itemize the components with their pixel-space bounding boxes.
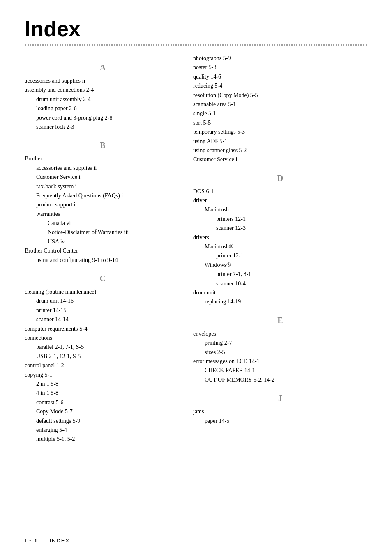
list-item: using scanner glass 5-2 xyxy=(193,146,367,155)
list-item: USA iv xyxy=(25,237,181,246)
list-item: product support i xyxy=(25,200,181,209)
list-item: scannable area 5-1 xyxy=(193,100,367,109)
list-item: poster 5-8 xyxy=(193,63,367,72)
letter-c: C xyxy=(25,274,181,283)
list-item: enlarging 5-4 xyxy=(25,426,181,435)
list-item: OUT OF MEMORY 5-2, 14-2 xyxy=(193,375,367,385)
index-columns: A accessories and supplies ii assembly a… xyxy=(25,54,367,444)
list-item: jams xyxy=(193,407,367,416)
list-item: control panel 1-2 xyxy=(25,361,181,370)
list-item: envelopes xyxy=(193,329,367,338)
list-item: DOS 6-1 xyxy=(193,187,367,196)
list-item: 2 in 1 5-8 xyxy=(25,380,181,389)
section-c-cont: photographs 5-9 poster 5-8 quality 14-6 … xyxy=(193,54,367,164)
section-b: B Brother accessories and supplies ii Cu… xyxy=(25,141,181,265)
list-item: Brother Control Center xyxy=(25,246,181,255)
list-item: temporary settings 5-3 xyxy=(193,127,367,137)
list-item: printer 14-15 xyxy=(25,306,181,315)
section-e: E envelopes printing 2-7 sizes 2-5 error… xyxy=(193,316,367,385)
list-item: Notice-Disclaimer of Warranties iii xyxy=(25,228,181,237)
list-item: replacing 14-19 xyxy=(193,297,367,306)
list-item: drum unit xyxy=(193,288,367,297)
list-item: Frequently Asked Questions (FAQs) i xyxy=(25,191,181,200)
footer-page-ref: I - 1 xyxy=(25,537,38,544)
list-item: Customer Service i xyxy=(193,155,367,164)
list-item: scanner 10-4 xyxy=(193,279,367,288)
list-item: photographs 5-9 xyxy=(193,54,367,63)
list-item: cleaning (routine maintenance) xyxy=(25,287,181,297)
list-item: reducing 5-4 xyxy=(193,81,367,90)
list-item: single 5-1 xyxy=(193,109,367,118)
list-item: printer 12-1 xyxy=(193,251,367,260)
list-item: scanner 14-14 xyxy=(25,315,181,324)
list-item: fax-back system i xyxy=(25,182,181,191)
letter-a: A xyxy=(25,63,181,72)
list-item: 4 in 1 5-8 xyxy=(25,389,181,398)
list-item: quality 14-6 xyxy=(193,72,367,81)
page: Index A accessories and supplies ii asse… xyxy=(0,0,392,556)
list-item: scanner lock 2-3 xyxy=(25,123,181,132)
page-title: Index xyxy=(25,16,367,41)
list-item: Copy Mode 5-7 xyxy=(25,407,181,416)
list-item: scanner 12-3 xyxy=(193,224,367,233)
divider xyxy=(25,44,367,46)
list-item: copying 5-1 xyxy=(25,371,181,380)
list-item: CHECK PAPER 14-1 xyxy=(193,366,367,375)
list-item: accessories and supplies ii xyxy=(25,76,181,86)
list-item: using and configurating 9-1 to 9-14 xyxy=(25,256,181,265)
list-item: Customer Service i xyxy=(25,173,181,182)
list-item: driver xyxy=(193,196,367,205)
list-item: Macintosh® xyxy=(193,242,367,251)
list-item: Windows® xyxy=(193,261,367,270)
list-item: printers 12-1 xyxy=(193,215,367,224)
list-item: USB 2-1, 12-1, S-5 xyxy=(25,352,181,361)
list-item: Brother xyxy=(25,154,181,163)
list-item: paper 14-5 xyxy=(193,417,367,426)
left-column: A accessories and supplies ii assembly a… xyxy=(25,54,181,444)
letter-e: E xyxy=(193,316,367,325)
list-item: accessories and supplies ii xyxy=(25,164,181,173)
list-item: contrast 5-6 xyxy=(25,398,181,407)
list-item: connections xyxy=(25,334,181,343)
list-item: assembly and connections 2-4 xyxy=(25,86,181,95)
list-item: drum unit assembly 2-4 xyxy=(25,95,181,104)
list-item: Macintosh xyxy=(193,205,367,214)
list-item: loading paper 2-6 xyxy=(25,104,181,113)
right-column: photographs 5-9 poster 5-8 quality 14-6 … xyxy=(193,54,367,444)
list-item: Canada vi xyxy=(25,219,181,228)
list-item: using ADF 5-1 xyxy=(193,137,367,146)
list-item: parallel 2-1, 7-1, S-5 xyxy=(25,343,181,352)
list-item: warranties xyxy=(25,210,181,219)
letter-j: J xyxy=(193,394,367,403)
letter-b: B xyxy=(25,141,181,150)
footer-label: INDEX xyxy=(49,537,70,544)
list-item: sizes 2-5 xyxy=(193,348,367,357)
list-item: power cord and 3-prong plug 2-8 xyxy=(25,114,181,123)
list-item: printer 7-1, 8-1 xyxy=(193,270,367,279)
list-item: error messages on LCD 14-1 xyxy=(193,357,367,366)
footer: I - 1 INDEX xyxy=(25,537,70,544)
section-c: C cleaning (routine maintenance) drum un… xyxy=(25,274,181,444)
list-item: resolution (Copy Mode) 5-5 xyxy=(193,91,367,100)
section-a: A accessories and supplies ii assembly a… xyxy=(25,63,181,132)
list-item: computer requirements S-4 xyxy=(25,324,181,334)
section-d: D DOS 6-1 driver Macintosh printers 12-1… xyxy=(193,174,367,307)
list-item: drum unit 14-16 xyxy=(25,297,181,306)
list-item: multiple 5-1, 5-2 xyxy=(25,435,181,444)
list-item: sort 5-5 xyxy=(193,118,367,127)
list-item: default settings 5-9 xyxy=(25,417,181,426)
letter-d: D xyxy=(193,174,367,183)
list-item: printing 2-7 xyxy=(193,338,367,348)
section-j: J jams paper 14-5 xyxy=(193,394,367,426)
list-item: drivers xyxy=(193,233,367,242)
